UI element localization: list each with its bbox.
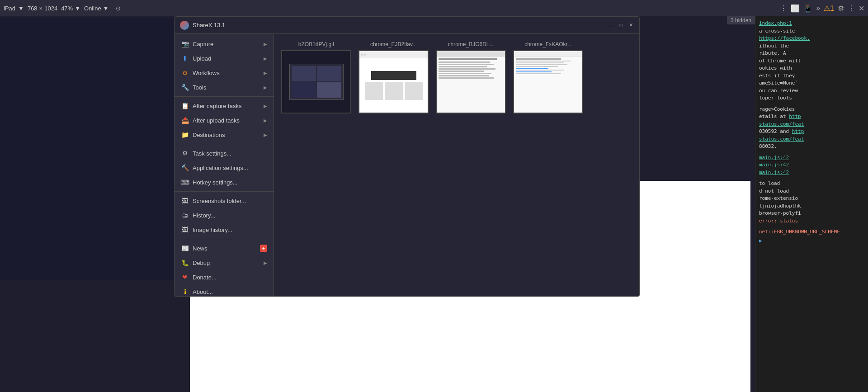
network-dropdown-icon[interactable]: ▼ (103, 5, 109, 12)
devtools-expand-arrow[interactable]: ▶ (759, 238, 762, 244)
maximize-button[interactable]: □ (618, 22, 624, 28)
menu-item-task-settings[interactable]: ⚙ Task settings... (175, 146, 274, 161)
upload-label: Upload (193, 55, 211, 62)
about-label: About... (193, 288, 213, 295)
menu-item-hotkey-settings[interactable]: ⌨ Hotkey settings... (175, 175, 274, 189)
separator-3 (175, 191, 274, 192)
screenshot-thumb-2[interactable] (359, 50, 429, 113)
devtools-line-12: rage>Cookies (759, 106, 864, 113)
image-history-label: Image history... (193, 227, 232, 233)
screenshots-row-labels: bZOB1tIPVj.gif chrome_EJB (281, 41, 632, 113)
overflow-icon[interactable]: ⋮ (848, 4, 855, 13)
screenshots-folder-icon: 🖼 (181, 197, 189, 205)
more-tools-icon[interactable]: » (816, 4, 820, 12)
workflows-arrow: ▶ (264, 71, 267, 76)
devtools-line-3: https://facebook. (759, 35, 864, 43)
destinations-label: Destinations (193, 132, 225, 138)
separator-4 (175, 239, 274, 239)
after-capture-icon: 📋 (181, 102, 189, 110)
devtools-panel: index.php:1 a cross-site https://faceboo… (755, 16, 868, 392)
devtools-line-6: of Chrome will (759, 57, 864, 65)
devtools-line-17: 88032. (759, 143, 864, 151)
workflows-label: Workflows (193, 70, 220, 76)
debug-label: Debug (193, 260, 210, 266)
task-settings-label: Task settings... (193, 150, 231, 157)
menu-item-app-settings[interactable]: 🔨 Application settings... (175, 161, 274, 175)
menu-item-tools[interactable]: 🔧 Tools ▶ (175, 80, 274, 94)
more-options-icon[interactable]: ⋮ (780, 4, 787, 13)
capture-label: Capture (193, 41, 213, 47)
menu-item-about[interactable]: ℹ About... (175, 284, 274, 296)
about-icon: ℹ (181, 288, 189, 296)
screenshot-thumb-1[interactable] (281, 50, 351, 113)
devtools-line-21: to load (759, 180, 864, 188)
screenshot-thumb-4[interactable] (513, 50, 583, 113)
tools-label: Tools (193, 84, 206, 91)
devtools-line-27: net::ERR_UNKNOWN_URL_SCHEME (759, 228, 864, 236)
devtools-line-19[interactable]: main.js:42 (759, 161, 864, 169)
destinations-icon: 📁 (181, 131, 189, 139)
screenshot-thumb-3[interactable] (436, 50, 506, 113)
news-badge: + (260, 245, 267, 252)
devtools-line-26: error: status (759, 217, 864, 225)
donate-icon: ❤ (181, 273, 189, 281)
menu-item-capture[interactable]: 📷 Capture ▶ (175, 37, 274, 51)
devtools-line-11: loper tools (759, 94, 864, 102)
inspect-icon[interactable]: ⬜ (791, 4, 800, 13)
minimize-button[interactable]: — (608, 22, 614, 28)
close-devtools-icon[interactable]: ✕ (859, 4, 864, 13)
menu-item-workflows[interactable]: ⚙ Workflows ▶ (175, 66, 274, 80)
after-upload-arrow: ▶ (264, 118, 267, 123)
menu-item-destinations[interactable]: 📁 Destinations ▶ (175, 128, 274, 142)
sharex-title: ShareX 13.1 (193, 22, 608, 28)
screenshot-item-1: bZOB1tIPVj.gif (281, 41, 351, 113)
after-capture-arrow: ▶ (264, 104, 267, 109)
screenshot-item-2: chrome_EJB2tlav... (359, 41, 429, 113)
devtools-line-16: status.com/feat (759, 136, 864, 143)
menu-item-history[interactable]: 🗂 History... (175, 208, 274, 222)
device-dropdown-icon[interactable]: ▼ (18, 5, 24, 12)
tools-icon: 🔧 (181, 83, 189, 91)
devtools-line-25: browser-polyfi (759, 210, 864, 217)
close-button[interactable]: ✕ (627, 22, 634, 28)
zoom-selector[interactable]: 47% ▼ (61, 5, 80, 12)
menu-item-screenshots-folder[interactable]: 🖼 Screenshots folder... (175, 194, 274, 208)
menu-item-donate[interactable]: ❤ Donate... (175, 270, 274, 284)
after-capture-label: After capture tasks (193, 103, 241, 109)
devtools-line-5: ribute. A (759, 50, 864, 57)
devtools-line-22: d not load (759, 188, 864, 195)
app-settings-icon: 🔨 (181, 164, 189, 172)
device-toggle-icon[interactable]: 📱 (803, 4, 812, 13)
screenshot-item-3: chrome_BJG6DL... (436, 41, 506, 113)
zoom-dropdown-icon[interactable]: ▼ (75, 5, 80, 12)
device-label: iPad (4, 5, 15, 12)
menu-item-debug[interactable]: 🐛 Debug ▶ (175, 255, 274, 270)
screenshot-label-1: bZOB1tIPVj.gif (298, 41, 334, 47)
donate-label: Donate... (193, 274, 217, 281)
dimension-display: 768 × 1024 (28, 5, 57, 12)
devtools-line-18[interactable]: main.js:42 (759, 154, 864, 162)
upload-arrow: ▶ (264, 56, 267, 61)
separator-1 (175, 96, 274, 97)
browser-toolbar-icons: ⋮ ⬜ 📱 » ⚠1 ⚙ ⋮ ✕ (780, 4, 864, 13)
menu-item-news[interactable]: 📰 News + (175, 241, 274, 255)
menu-item-after-upload[interactable]: 📤 After upload tasks ▶ (175, 113, 274, 128)
devtools-line-2: a cross-site (759, 28, 864, 35)
devtools-line-15: 030592 and http (759, 128, 864, 136)
devtools-line-20[interactable]: main.js:42 (759, 169, 864, 177)
menu-item-image-history[interactable]: 🖼 Image history... (175, 222, 274, 237)
settings-icon[interactable]: ⊙ (116, 5, 121, 12)
gear-icon[interactable]: ⚙ (838, 4, 844, 13)
hidden-tabs-indicator: 3 hidden (727, 16, 755, 24)
screenshot-label-2: chrome_EJB2tlav... (370, 41, 417, 47)
after-upload-icon: 📤 (181, 116, 189, 124)
menu-item-after-capture[interactable]: 📋 After capture tasks ▶ (175, 99, 274, 113)
network-value: Online (84, 5, 101, 12)
debug-icon: 🐛 (181, 259, 189, 267)
devtools-line-10: ou can review (759, 87, 864, 95)
network-selector[interactable]: Online ▼ (84, 5, 108, 12)
menu-item-upload[interactable]: ⬆ Upload ▶ (175, 51, 274, 66)
history-icon: 🗂 (181, 211, 189, 219)
device-selector[interactable]: iPad ▼ (4, 5, 24, 12)
history-label: History... (193, 212, 215, 219)
